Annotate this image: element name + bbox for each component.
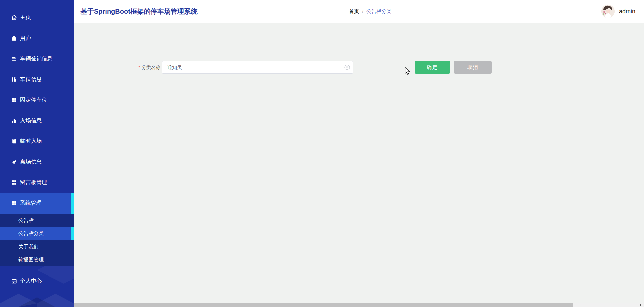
sidebar-item-label: 临时入场 [20, 138, 42, 145]
user-menu[interactable]: admin [601, 0, 635, 23]
breadcrumb-home[interactable]: 首页 [349, 8, 359, 15]
submenu-item-label: 关于我们 [18, 244, 39, 250]
sidebar-submenu: 公告栏 公告栏分类 关于我们 轮播图管理 [0, 214, 74, 266]
sidebar-subitem-bulletin[interactable]: 公告栏 [0, 214, 74, 227]
app-title: 基于SpringBoot框架的停车场管理系统 [80, 0, 198, 23]
avatar[interactable] [601, 5, 615, 18]
category-name-label-text: 分类名称 [142, 65, 160, 70]
clear-input-icon[interactable] [344, 65, 350, 70]
sidebar-item-label: 系统管理 [20, 200, 42, 207]
list-icon [11, 56, 17, 62]
main-area: 基于SpringBoot框架的停车场管理系统 首页 / 公告栏分类 admin [74, 0, 644, 307]
category-name-input[interactable] [162, 61, 353, 74]
scrollbar-right-arrow-icon[interactable] [638, 303, 643, 307]
confirm-button[interactable]: 确定 [415, 61, 450, 74]
sidebar-item-label: 离场信息 [20, 159, 42, 166]
sidebar-item-label: 固定停车位 [20, 97, 47, 104]
horizontal-scrollbar[interactable] [74, 303, 644, 307]
sidebar-item-label: 个人中心 [20, 278, 42, 285]
submenu-item-label: 公告栏 [18, 217, 34, 224]
category-name-label: *分类名称 [121, 61, 160, 74]
sidebar-subitem-about-us[interactable]: 关于我们 [0, 240, 74, 253]
sidebar-item-entry-info[interactable]: 入场信息 [0, 111, 74, 131]
scrollbar-thumb[interactable] [74, 303, 573, 307]
send-icon [11, 159, 17, 165]
sidebar-item-parking-space-info[interactable]: 车位信息 [0, 69, 74, 90]
submenu-item-label: 轮播图管理 [18, 257, 44, 263]
sidebar-item-label: 车位信息 [20, 76, 42, 83]
sidebar-item-departure-info[interactable]: 离场信息 [0, 152, 74, 173]
bar-chart-icon [11, 118, 17, 124]
text-caret [182, 64, 182, 70]
breadcrumb: 首页 / 公告栏分类 [349, 0, 391, 23]
briefcase-icon [11, 35, 17, 41]
window-icon [11, 278, 17, 284]
book-icon [11, 76, 17, 82]
content-area: *分类名称 确定 取消 [74, 23, 644, 303]
sidebar-item-label: 用户 [20, 35, 31, 42]
selected-subitem-accent-bar [71, 227, 74, 240]
sidebar-menu: 主页 用户 车辆登记信息 车位信息 固定停车位 [0, 7, 74, 291]
clipboard-icon [11, 138, 17, 144]
submenu-item-label: 公告栏分类 [18, 230, 44, 237]
sidebar-item-system-management[interactable]: 系统管理 [0, 193, 74, 214]
sidebar-item-label: 留言板管理 [20, 179, 47, 186]
sidebar-item-label: 入场信息 [20, 117, 42, 124]
breadcrumb-separator: / [362, 9, 363, 14]
category-name-field [162, 61, 353, 74]
sidebar-item-vehicle-registration[interactable]: 车辆登记信息 [0, 49, 74, 69]
sidebar-item-fixed-parking[interactable]: 固定停车位 [0, 90, 74, 111]
sidebar-subitem-bulletin-category[interactable]: 公告栏分类 [0, 227, 74, 240]
sidebar-item-temporary-entry[interactable]: 临时入场 [0, 131, 74, 152]
home-icon [11, 15, 17, 21]
grid-icon [11, 97, 17, 103]
sidebar: 主页 用户 车辆登记信息 车位信息 固定停车位 [0, 0, 74, 307]
cancel-button[interactable]: 取消 [454, 61, 492, 74]
sidebar-item-label: 主页 [20, 14, 31, 21]
sidebar-item-home[interactable]: 主页 [0, 7, 74, 28]
sidebar-item-label: 车辆登记信息 [20, 55, 52, 62]
grid-icon [11, 180, 17, 186]
active-item-accent-bar [71, 193, 74, 214]
grid-icon [11, 200, 17, 206]
sidebar-subitem-carousel-management[interactable]: 轮播图管理 [0, 253, 74, 266]
username: admin [619, 8, 635, 15]
sidebar-item-users[interactable]: 用户 [0, 28, 74, 49]
required-asterisk: * [139, 65, 140, 70]
breadcrumb-current: 公告栏分类 [366, 8, 391, 15]
header: 基于SpringBoot框架的停车场管理系统 首页 / 公告栏分类 admin [74, 0, 644, 23]
sidebar-item-personal-center[interactable]: 个人中心 [0, 271, 74, 292]
sidebar-item-message-board[interactable]: 留言板管理 [0, 172, 74, 193]
